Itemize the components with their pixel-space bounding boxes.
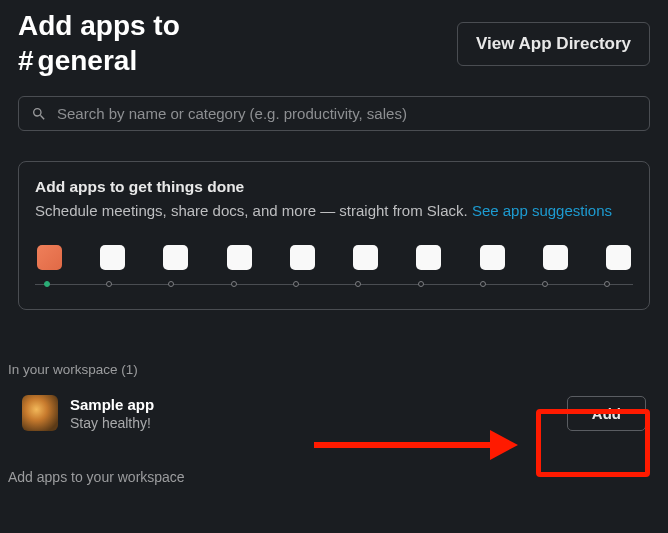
carousel-dot[interactable]: [44, 281, 50, 287]
suggestion-card[interactable]: [163, 245, 188, 270]
carousel-dot[interactable]: [293, 281, 299, 287]
search-input[interactable]: [57, 105, 637, 122]
title-line-2: #general: [18, 43, 180, 78]
suggestions-carousel: [35, 245, 633, 270]
panel-title: Add apps to get things done: [35, 178, 633, 196]
app-row: Sample app Stay healthy! Add: [0, 387, 668, 439]
carousel-dot[interactable]: [480, 281, 486, 287]
hash-icon: #: [18, 45, 38, 76]
app-desc: Stay healthy!: [70, 415, 154, 431]
suggestion-card[interactable]: [100, 245, 125, 270]
workspace-section-label: In your workspace (1): [0, 310, 668, 387]
search-icon: [31, 106, 47, 122]
suggestion-card[interactable]: [290, 245, 315, 270]
page-title: Add apps to #general: [18, 8, 180, 78]
suggestion-card[interactable]: [480, 245, 505, 270]
title-line-1: Add apps to: [18, 8, 180, 43]
carousel-dot[interactable]: [168, 281, 174, 287]
suggestion-card[interactable]: [37, 245, 62, 270]
carousel-track: [35, 284, 633, 285]
search-input-container[interactable]: [18, 96, 650, 131]
suggestion-card[interactable]: [227, 245, 252, 270]
view-app-directory-button[interactable]: View App Directory: [457, 22, 650, 66]
app-icon: [22, 395, 58, 431]
suggestions-panel: Add apps to get things done Schedule mee…: [18, 161, 650, 310]
app-meta: Sample app Stay healthy!: [70, 396, 154, 431]
channel-name: general: [38, 45, 138, 76]
carousel-dot[interactable]: [604, 281, 610, 287]
carousel-dot[interactable]: [355, 281, 361, 287]
add-app-button[interactable]: Add: [567, 396, 646, 431]
carousel-dot[interactable]: [542, 281, 548, 287]
carousel-dot[interactable]: [231, 281, 237, 287]
suggestion-card[interactable]: [606, 245, 631, 270]
app-name: Sample app: [70, 396, 154, 413]
suggestion-card[interactable]: [543, 245, 568, 270]
carousel-dot[interactable]: [106, 281, 112, 287]
see-app-suggestions-link[interactable]: See app suggestions: [472, 202, 612, 219]
suggestion-card[interactable]: [416, 245, 441, 270]
add-apps-footer-label: Add apps to your workspace: [0, 439, 668, 485]
panel-subtitle: Schedule meetings, share docs, and more …: [35, 202, 633, 219]
suggestion-card[interactable]: [353, 245, 378, 270]
carousel-dot[interactable]: [418, 281, 424, 287]
